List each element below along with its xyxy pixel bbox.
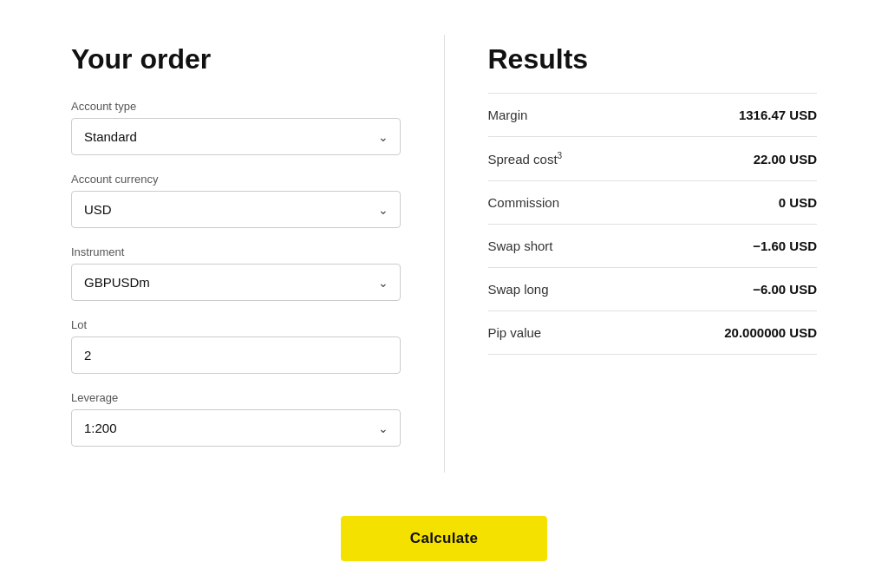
- pip-value-value: 20.000000 USD: [724, 325, 817, 340]
- results-table: Margin 1316.47 USD Spread cost3 22.00 US…: [488, 93, 818, 355]
- commission-label: Commission: [488, 195, 560, 210]
- swap-long-value: −6.00 USD: [753, 282, 817, 297]
- account-currency-select[interactable]: USD EUR GBP AUD: [71, 191, 401, 228]
- result-row-spread-cost: Spread cost3 22.00 USD: [488, 137, 818, 181]
- spread-cost-value: 22.00 USD: [754, 152, 817, 167]
- swap-short-value: −1.60 USD: [753, 238, 817, 253]
- result-row-margin: Margin 1316.47 USD: [488, 93, 818, 137]
- leverage-label: Leverage: [71, 391, 401, 404]
- instrument-label: Instrument: [71, 245, 401, 258]
- pip-value-label: Pip value: [488, 325, 542, 340]
- margin-value: 1316.47 USD: [739, 108, 817, 122]
- result-row-swap-short: Swap short −1.60 USD: [488, 225, 818, 268]
- swap-long-label: Swap long: [488, 282, 549, 297]
- lot-label: Lot: [71, 318, 401, 331]
- account-currency-select-wrapper: USD EUR GBP AUD ⌄: [71, 191, 401, 228]
- your-order-title: Your order: [71, 43, 401, 75]
- commission-value: 0 USD: [779, 195, 817, 210]
- leverage-select[interactable]: 1:50 1:100 1:200 1:500: [71, 409, 401, 447]
- instrument-select-wrapper: GBPUSDm EURUSDm USDJPYm AUDUSDm ⌄: [71, 264, 401, 301]
- instrument-group: Instrument GBPUSDm EURUSDm USDJPYm AUDUS…: [71, 245, 401, 301]
- spread-cost-label: Spread cost3: [488, 151, 563, 167]
- result-row-swap-long: Swap long −6.00 USD: [488, 268, 818, 311]
- instrument-select[interactable]: GBPUSDm EURUSDm USDJPYm AUDUSDm: [71, 264, 401, 301]
- account-type-select[interactable]: Standard Professional Swap-free: [71, 118, 401, 155]
- result-row-pip-value: Pip value 20.000000 USD: [488, 311, 818, 355]
- account-currency-label: Account currency: [71, 173, 401, 186]
- lot-input[interactable]: [71, 336, 401, 374]
- calculate-button[interactable]: Calculate: [341, 516, 547, 561]
- margin-label: Margin: [488, 108, 528, 122]
- bottom-bar: Calculate: [28, 516, 860, 561]
- result-row-commission: Commission 0 USD: [488, 181, 818, 225]
- results-title: Results: [488, 43, 818, 75]
- left-panel: Your order Account type Standard Profess…: [28, 35, 445, 473]
- main-container: Your order Account type Standard Profess…: [28, 35, 860, 473]
- right-panel: Results Margin 1316.47 USD Spread cost3 …: [445, 35, 861, 363]
- leverage-select-wrapper: 1:50 1:100 1:200 1:500 ⌄: [71, 409, 401, 447]
- account-currency-group: Account currency USD EUR GBP AUD ⌄: [71, 173, 401, 228]
- lot-group: Lot: [71, 318, 401, 374]
- account-type-group: Account type Standard Professional Swap-…: [71, 100, 401, 155]
- account-type-select-wrapper: Standard Professional Swap-free ⌄: [71, 118, 401, 155]
- leverage-group: Leverage 1:50 1:100 1:200 1:500 ⌄: [71, 391, 401, 447]
- swap-short-label: Swap short: [488, 238, 553, 253]
- account-type-label: Account type: [71, 100, 401, 113]
